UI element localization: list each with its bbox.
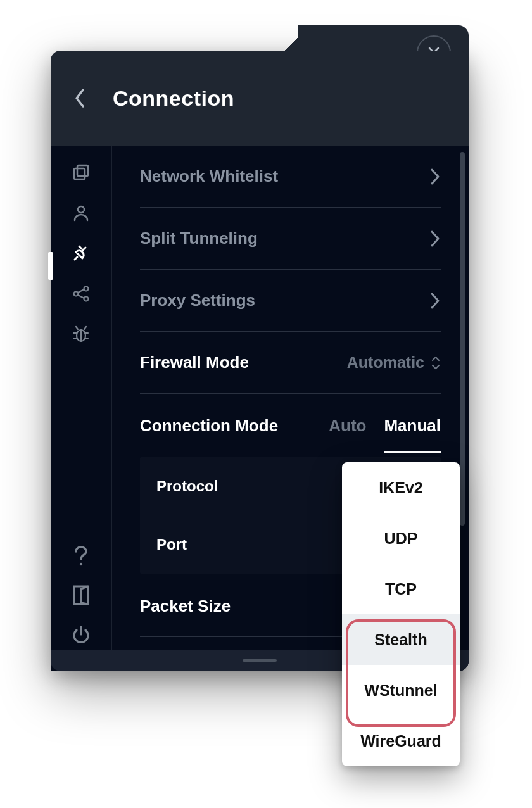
sidebar-item-debug[interactable] [70, 323, 92, 346]
svg-rect-1 [77, 165, 88, 176]
chevron-right-icon [429, 291, 441, 310]
connection-mode-tabs: Auto Manual [329, 416, 441, 436]
square-stack-icon [72, 163, 91, 182]
row-network-whitelist[interactable]: Network Whitelist [140, 146, 441, 208]
svg-point-3 [74, 292, 79, 296]
row-label: Port [156, 536, 187, 553]
bug-icon [71, 324, 91, 344]
power-button[interactable] [70, 623, 92, 646]
user-icon [72, 203, 91, 222]
row-firewall-mode[interactable]: Firewall Mode Automatic [140, 332, 441, 394]
row-split-tunneling[interactable]: Split Tunneling [140, 208, 441, 270]
tab-auto[interactable]: Auto [329, 416, 366, 436]
row-label: Packet Size [140, 597, 231, 616]
svg-rect-0 [74, 168, 85, 179]
exit-door-icon [72, 584, 90, 606]
sidebar-item-share[interactable] [70, 282, 92, 305]
back-button[interactable] [66, 84, 94, 112]
dropdown-item-ikev2[interactable]: IKEv2 [342, 462, 460, 513]
svg-point-7 [80, 563, 82, 565]
sidebar-item-account[interactable] [70, 201, 92, 224]
help-button[interactable] [70, 545, 92, 567]
svg-point-4 [84, 287, 89, 291]
sidebar-item-connection[interactable] [70, 242, 92, 265]
resize-handle[interactable] [243, 659, 277, 662]
svg-point-5 [84, 297, 89, 301]
dropdown-item-stealth[interactable]: Stealth [342, 614, 460, 665]
chevron-left-icon [73, 87, 87, 109]
row-proxy-settings[interactable]: Proxy Settings [140, 270, 441, 332]
help-icon [73, 545, 89, 567]
value-text: Automatic [347, 353, 424, 372]
row-label: Proxy Settings [140, 291, 255, 310]
dropdown-item-udp[interactable]: UDP [342, 513, 460, 564]
row-connection-mode: Connection Mode Auto Manual [140, 394, 441, 457]
sidebar [51, 146, 111, 671]
firewall-mode-value[interactable]: Automatic [347, 353, 441, 372]
dropdown-item-wstunnel[interactable]: WStunnel [342, 665, 460, 716]
row-label: Firewall Mode [140, 353, 249, 372]
sidebar-active-indicator [48, 252, 53, 280]
plug-icon [71, 243, 91, 263]
tab-manual[interactable]: Manual [384, 416, 441, 436]
row-label: Connection Mode [140, 416, 278, 436]
updown-icon [431, 355, 441, 370]
titlebar: Connection [51, 51, 469, 146]
protocol-dropdown: IKEv2 UDP TCP Stealth WStunnel WireGuard [342, 462, 460, 766]
dropdown-item-tcp[interactable]: TCP [342, 564, 460, 614]
row-label: Network Whitelist [140, 167, 278, 186]
page-title: Connection [113, 86, 234, 111]
row-label: Split Tunneling [140, 229, 258, 248]
power-icon [71, 624, 91, 645]
chevron-right-icon [429, 229, 441, 248]
share-icon [72, 284, 91, 303]
scrollbar-thumb[interactable] [460, 152, 465, 526]
row-label: Protocol [156, 477, 218, 495]
dropdown-item-wireguard[interactable]: WireGuard [342, 716, 460, 766]
chevron-right-icon [429, 167, 441, 186]
svg-point-2 [78, 206, 84, 213]
logout-button[interactable] [70, 584, 92, 607]
sidebar-item-general[interactable] [70, 161, 92, 184]
